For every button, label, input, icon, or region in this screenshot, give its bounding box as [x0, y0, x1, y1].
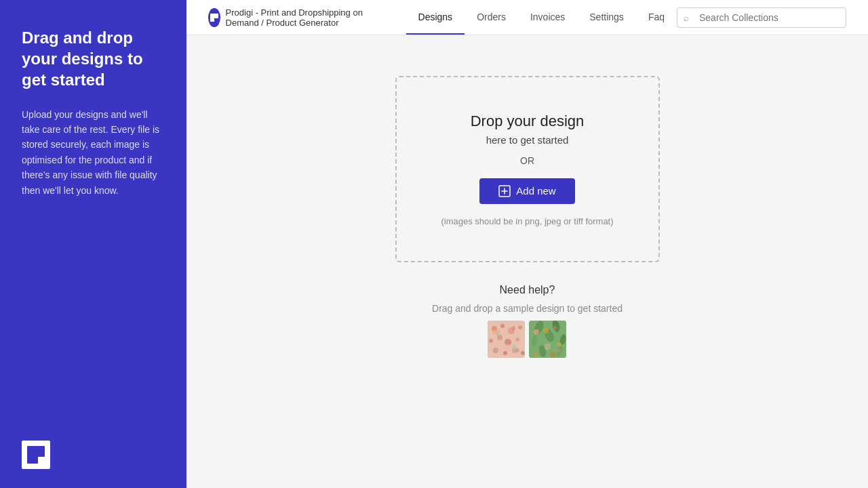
add-new-label: Add new	[516, 185, 555, 197]
brand-icon	[208, 8, 220, 27]
svg-point-20	[521, 351, 525, 355]
help-title: Need help?	[500, 284, 555, 296]
search-icon: ⌕	[684, 12, 689, 22]
nav-item-orders[interactable]: Orders	[465, 1, 518, 35]
svg-point-19	[512, 348, 517, 353]
help-section: Need help? Drag and drop a sample design…	[432, 284, 623, 358]
sample-images-container	[488, 321, 566, 358]
add-new-button[interactable]: Add new	[479, 178, 574, 204]
svg-point-18	[503, 351, 507, 355]
svg-point-26	[531, 335, 538, 346]
svg-point-16	[515, 338, 519, 342]
sidebar-heading: Drag and drop your designs to get starte…	[22, 27, 165, 91]
svg-point-30	[555, 345, 564, 357]
brand-title: Prodigi - Print and Dropshipping on Dema…	[226, 7, 384, 28]
svg-point-9	[492, 326, 497, 331]
sample-image-2[interactable]	[529, 321, 566, 358]
topbar-brand: Prodigi - Print and Dropshipping on Dema…	[208, 7, 406, 28]
svg-point-13	[489, 339, 493, 343]
help-subtitle: Drag and drop a sample design to get sta…	[432, 303, 623, 314]
nav-item-invoices[interactable]: Invoices	[518, 1, 577, 35]
svg-point-22	[512, 344, 518, 351]
main-content: Drop your design here to get started OR …	[186, 35, 868, 488]
svg-point-28	[559, 333, 567, 346]
svg-point-25	[551, 321, 561, 333]
svg-rect-2	[34, 446, 45, 457]
svg-point-17	[493, 348, 498, 353]
sidebar-logo-bottom	[22, 441, 50, 469]
svg-point-27	[543, 327, 556, 343]
drop-hint: (images should be in png, jpeg or tiff f…	[441, 216, 613, 226]
search-wrapper: ⌕	[677, 7, 846, 28]
sample-image-1[interactable]	[488, 321, 525, 358]
svg-point-14	[497, 335, 502, 340]
svg-rect-23	[529, 321, 566, 358]
prodigi-logo-icon	[22, 441, 50, 469]
svg-point-10	[500, 324, 505, 328]
svg-point-12	[518, 325, 522, 329]
svg-point-33	[534, 352, 538, 357]
dropzone[interactable]: Drop your design here to get started OR …	[395, 76, 660, 262]
search-input[interactable]	[677, 7, 846, 28]
nav-item-designs[interactable]: Designs	[406, 1, 465, 35]
svg-point-29	[538, 344, 547, 357]
drop-title: Drop your design	[471, 113, 585, 130]
svg-rect-4	[214, 14, 218, 18]
topbar: Prodigi - Print and Dropshipping on Dema…	[186, 0, 868, 35]
main-area: Prodigi - Print and Dropshipping on Dema…	[186, 0, 868, 488]
sidebar-content: Drag and drop your designs to get starte…	[22, 27, 165, 461]
svg-point-32	[557, 342, 561, 346]
svg-point-21	[494, 329, 501, 337]
sidebar: Drag and drop your designs to get starte…	[0, 0, 186, 488]
nav-item-faq[interactable]: Faq	[636, 1, 677, 35]
svg-point-11	[508, 327, 515, 334]
sidebar-body: Upload your designs and we'll take care …	[22, 107, 165, 198]
add-new-icon	[498, 185, 511, 197]
svg-point-31	[543, 328, 549, 333]
svg-point-34	[550, 352, 555, 357]
svg-point-24	[533, 321, 545, 335]
sample-image-1-svg	[488, 321, 525, 358]
main-nav: Designs Orders Invoices Settings Faq	[406, 1, 677, 35]
brand-icon-svg	[209, 12, 220, 23]
nav-item-settings[interactable]: Settings	[577, 1, 636, 35]
sample-image-2-svg	[529, 321, 566, 358]
svg-point-15	[505, 339, 511, 346]
drop-or-label: OR	[520, 155, 534, 166]
svg-rect-8	[488, 321, 525, 358]
drop-subtitle: here to get started	[486, 134, 569, 146]
